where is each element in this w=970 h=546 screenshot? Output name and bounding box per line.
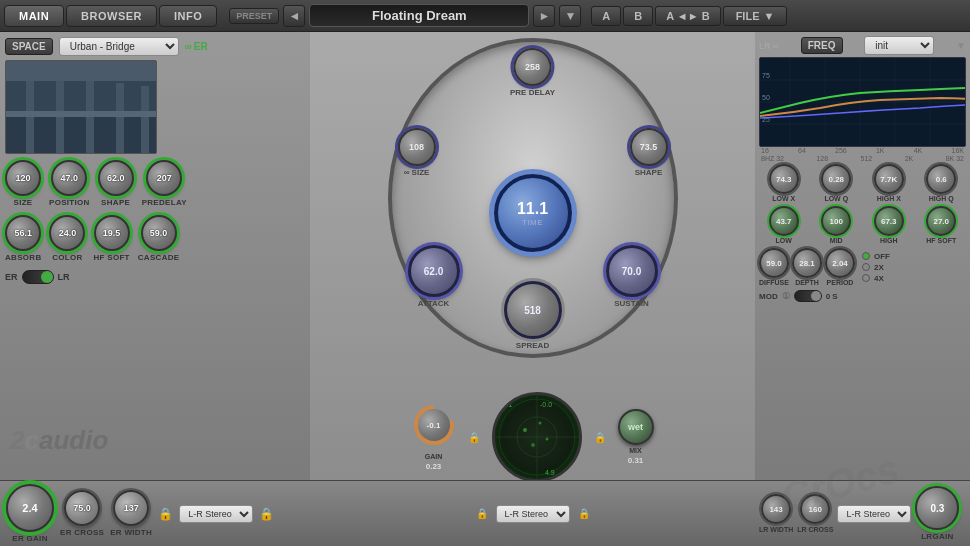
mod-toggle[interactable] xyxy=(794,290,822,302)
toggle-dot xyxy=(41,271,53,283)
er-gain-knob[interactable]: 2.4 xyxy=(6,484,54,532)
preset-next-button[interactable]: ► xyxy=(533,5,555,27)
absorb-knob-value: 56.1 xyxy=(14,228,32,238)
lr-stereo-left-select[interactable]: L-R Stereo xyxy=(179,505,253,523)
freq-select[interactable]: init xyxy=(864,36,934,55)
right-knob-row1: 74.3 LOW X 0.28 LOW Q 7.7K HIGH X 0.6 xyxy=(759,164,966,202)
svg-rect-2 xyxy=(26,81,34,154)
right-panel: LR ∞ FREQ init ▼ xyxy=(755,32,970,546)
file-button[interactable]: FILE ▼ xyxy=(723,6,788,26)
cascade-knob[interactable]: 59.0 xyxy=(141,215,177,251)
high-knob[interactable]: 67.3 xyxy=(874,206,904,236)
spread-knob[interactable]: 518 xyxy=(504,281,562,339)
main-content: SPACE Urban - Bridge ∞ ER xyxy=(0,32,970,546)
lr-gain-value: 0.3 xyxy=(930,503,944,514)
right-knob-row2: 43.7 LOW 100 MID 67.3 HIGH 27.0 H xyxy=(759,206,966,244)
radio-off-label: OFF xyxy=(874,252,890,261)
attack-knob[interactable]: 62.0 xyxy=(408,245,460,297)
lr-stereo-right-select[interactable]: L-R Stereo xyxy=(837,505,911,523)
lr-stereo-center-select[interactable]: L-R Stereo xyxy=(496,505,570,523)
absorb-knob-label: ABSORB xyxy=(5,253,41,262)
low-q-knob[interactable]: 0.28 xyxy=(821,164,851,194)
hfsoft-right-knob[interactable]: 27.0 xyxy=(926,206,956,236)
gain-left-label: GAIN xyxy=(425,453,443,460)
low-knob[interactable]: 43.7 xyxy=(769,206,799,236)
mix-wet-button[interactable]: wet xyxy=(618,409,654,445)
high-x-knob[interactable]: 7.7K xyxy=(874,164,904,194)
radio-4x[interactable]: 4X xyxy=(862,274,890,283)
position-knob-value: 47.0 xyxy=(61,173,79,183)
low-x-knob[interactable]: 74.3 xyxy=(769,164,799,194)
knob-group-color: 24.0 COLOR xyxy=(49,215,85,262)
ab-buttons: A B A ◄► B xyxy=(591,6,720,26)
svg-text:-2.1: -2.1 xyxy=(500,401,512,408)
depth-label: DEPTH xyxy=(795,279,819,286)
knob-group-position: 47.0 POSITION xyxy=(49,160,90,207)
low-x-value: 74.3 xyxy=(776,175,792,184)
knob-row-2: 56.1 ABSORB 24.0 COLOR 19.5 HF SOFT 59.0 xyxy=(5,215,305,262)
er-cross-knob[interactable]: 75.0 xyxy=(64,490,100,526)
tab-browser[interactable]: BROWSER xyxy=(66,5,157,27)
mid-knob[interactable]: 100 xyxy=(821,206,851,236)
preset-area: PRESET ◄ Floating Dream ► ▼ xyxy=(229,4,581,27)
low-x-label: LOW X xyxy=(772,195,795,202)
tab-info[interactable]: INFO xyxy=(159,5,217,27)
lr-cross-label: LR CROSS xyxy=(797,526,833,533)
position-knob[interactable]: 47.0 xyxy=(51,160,87,196)
lr-width-value: 143 xyxy=(769,505,782,514)
position-knob-label: POSITION xyxy=(49,198,90,207)
shape-knob[interactable]: 62.0 xyxy=(98,160,134,196)
mod-number: ① xyxy=(782,291,790,301)
er-text: ER xyxy=(194,41,208,52)
freq-label: FREQ xyxy=(801,37,843,54)
shape-center-knob[interactable]: 73.5 xyxy=(630,128,668,166)
lr-gain-knob[interactable]: 0.3 xyxy=(915,486,959,530)
logo: 2caudio xyxy=(10,425,108,456)
er-gain-value: 2.4 xyxy=(22,502,37,514)
ab-ab-button[interactable]: A ◄► B xyxy=(655,6,720,26)
er-gain-group: 2.4 ER GAIN xyxy=(6,484,54,543)
top-bar: MAIN BROWSER INFO PRESET ◄ Floating Drea… xyxy=(0,0,970,32)
hfsoft-knob[interactable]: 19.5 xyxy=(94,215,130,251)
sustain-knob[interactable]: 70.0 xyxy=(606,245,658,297)
scatter-svg: -2.1 -0.0 -5.0 4.9 xyxy=(495,395,579,479)
depth-knob[interactable]: 28.1 xyxy=(792,248,822,278)
mod-label: MOD xyxy=(759,292,778,301)
diffuse-knob[interactable]: 59.0 xyxy=(759,248,789,278)
freq-dropdown-icon[interactable]: ▼ xyxy=(956,40,966,51)
ab-a-button[interactable]: A xyxy=(591,6,621,26)
size-center-knob[interactable]: 108 xyxy=(398,128,436,166)
tab-main[interactable]: MAIN xyxy=(4,5,64,27)
er-width-knob[interactable]: 137 xyxy=(113,490,149,526)
eq-x-16k: 16K xyxy=(952,147,964,154)
predelay-center-knob[interactable]: 258 xyxy=(514,48,552,86)
ab-b-button[interactable]: B xyxy=(623,6,653,26)
radio-2x-label: 2X xyxy=(874,263,884,272)
er-lr-toggle-row: ER LR xyxy=(5,270,305,284)
lr-right-badge: LR ∞ xyxy=(759,41,779,51)
er-lr-toggle[interactable] xyxy=(22,270,54,284)
eq-x-labels2: 8HZ 32 128 512 2K 8K 32 xyxy=(759,155,966,162)
svg-point-14 xyxy=(523,428,527,432)
low-x-group: 74.3 LOW X xyxy=(759,164,809,202)
predelay-knob[interactable]: 207 xyxy=(146,160,182,196)
high-q-knob[interactable]: 0.6 xyxy=(926,164,956,194)
radio-off[interactable]: OFF xyxy=(862,252,890,261)
period-knob[interactable]: 2.04 xyxy=(825,248,855,278)
sustain-group: 70.0 SUSTAIN xyxy=(606,245,658,308)
preset-prev-button[interactable]: ◄ xyxy=(283,5,305,27)
high-value: 67.3 xyxy=(881,217,897,226)
preset-dropdown-button[interactable]: ▼ xyxy=(559,5,581,27)
mix-sub: 0.31 xyxy=(628,456,644,465)
eq-x-4k: 4K xyxy=(914,147,923,154)
color-knob[interactable]: 24.0 xyxy=(49,215,85,251)
lr-width-label: LR WIDTH xyxy=(759,526,793,533)
color-knob-label: COLOR xyxy=(52,253,82,262)
hfsoft-right-label: HF SOFT xyxy=(926,237,956,244)
absorb-knob[interactable]: 56.1 xyxy=(5,215,41,251)
size-knob[interactable]: 120 xyxy=(5,160,41,196)
gain-left-knob[interactable]: -0.1 xyxy=(418,409,450,441)
radio-2x[interactable]: 2X xyxy=(862,263,890,272)
time-knob[interactable]: 11.1 TIME xyxy=(494,174,572,252)
space-select[interactable]: Urban - Bridge xyxy=(59,37,179,56)
